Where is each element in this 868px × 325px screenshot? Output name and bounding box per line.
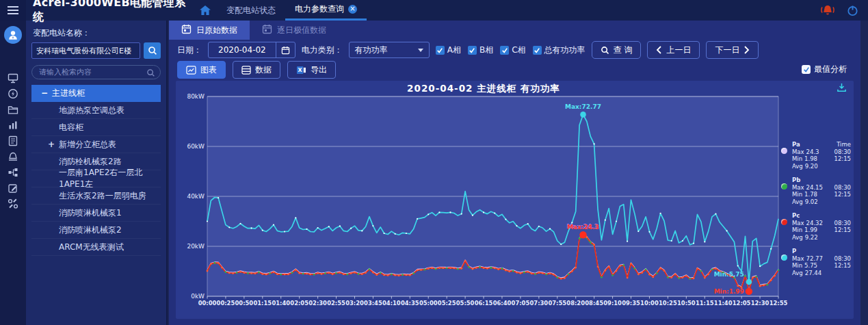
x-tick-label: 10:50 (677, 300, 696, 307)
chart-view-button[interactable]: 图表 (177, 61, 226, 79)
total-marker (417, 218, 418, 220)
table-icon (241, 66, 251, 75)
phase-marker (696, 268, 698, 270)
tree-item[interactable]: 电容柜 (31, 119, 161, 136)
phase-marker (244, 272, 246, 274)
date-picker[interactable]: 2020-04-02 (208, 42, 295, 58)
download-icon[interactable] (837, 82, 847, 95)
tree-item-label: 新增分立柜总表 (59, 139, 116, 151)
stat-label: Min (792, 226, 802, 234)
annotation-dot (746, 288, 752, 295)
tree-item[interactable]: 一层南1APE2右一层北1APE1左 (31, 170, 161, 187)
expander-icon[interactable]: − (40, 88, 49, 98)
phase-marker (523, 272, 525, 274)
tree-item-label: ARCM无线表测试 (59, 242, 124, 253)
device-icon[interactable] (5, 167, 21, 178)
monitor-icon[interactable] (5, 73, 21, 83)
total-marker (704, 241, 705, 242)
legend-stat-row: Max24.3208:30 (792, 220, 852, 227)
edit-icon[interactable] (5, 183, 21, 194)
previous-day-button[interactable]: 上一日 (647, 41, 700, 59)
legend-series-name: Pc (792, 212, 852, 220)
phase-marker (494, 268, 496, 270)
x-tick-label: 01:15 (253, 300, 272, 307)
station-search-button[interactable] (144, 42, 161, 59)
legend-dot (781, 148, 787, 154)
power-category-select[interactable]: 有功功率 (349, 42, 430, 58)
phase-marker (460, 268, 462, 270)
data-tab-1[interactable]: 逐日极值数据 (250, 21, 339, 40)
tree-item[interactable]: ARCM无线表测试 (31, 239, 161, 256)
power-icon[interactable] (847, 5, 858, 16)
stat-label: Max (792, 255, 804, 263)
legend-stat-row: Min1.9912:15 (792, 226, 852, 234)
annotation-dot (746, 279, 752, 285)
x-tick-label: 12:30 (751, 300, 770, 307)
user-avatar[interactable] (4, 26, 22, 44)
tree-item[interactable]: 地源热泵空调总表 (31, 102, 161, 119)
total-marker (207, 220, 208, 222)
tools-icon[interactable] (5, 198, 21, 209)
power-chart[interactable]: 0kW20kW40kW60kW80kW00:0000:2500:5001:150… (180, 91, 795, 317)
calendar-icon[interactable] (276, 42, 295, 58)
phase-checkbox-B相[interactable]: B相 (468, 44, 493, 56)
total-marker (251, 227, 252, 229)
tree-item[interactable]: +新增分立柜总表 (31, 136, 161, 153)
phase-checkbox-A相[interactable]: A相 (436, 44, 461, 56)
total-marker (406, 233, 407, 234)
phase-marker (616, 270, 618, 272)
query-button[interactable]: 查 询 (592, 41, 642, 59)
total-marker (438, 211, 440, 213)
close-tab-icon[interactable]: × (348, 5, 357, 14)
top-bar: Acrel-3000WEB电能管理系统 变配电站状态电力参数查询× (0, 0, 868, 21)
legend-dot (781, 255, 787, 261)
phase-marker (693, 277, 695, 279)
phase-marker (549, 272, 551, 274)
alarm-bell-icon[interactable] (819, 4, 836, 16)
sidebar: 变配电站名称： −主进线柜地源热泵空调总表电容柜+新增分立柜总表消防栓机械泵2路… (26, 21, 168, 325)
y-tick-label: 20kW (187, 243, 205, 250)
total-marker (737, 265, 739, 266)
report-icon[interactable] (5, 135, 21, 146)
x-tick-label: 05:25 (438, 300, 456, 307)
phase-marker (656, 272, 658, 274)
stat-value: 24.3 (806, 148, 819, 156)
tree-item[interactable]: 消防喷淋机械泵2 (31, 222, 161, 239)
expander-icon[interactable]: + (47, 140, 56, 149)
topbar-right (819, 0, 868, 21)
phase-checkbox-label: A相 (447, 44, 461, 56)
tree-item[interactable]: 生活水泵2路一层弱电房 (31, 187, 161, 205)
phase-marker (678, 277, 680, 279)
phase-checkbox-总有功功率[interactable]: 总有功功率 (533, 44, 586, 56)
total-marker (715, 213, 716, 215)
total-marker (693, 243, 694, 244)
query-toolbar: 日期： 2020-04-02 电力类别： 有功功率 A相B相C相总有功功率 查 … (169, 40, 860, 60)
menu-icon[interactable] (0, 0, 26, 21)
phase-checkbox-C相[interactable]: C相 (500, 44, 525, 56)
topbar-tab-1[interactable]: 电力参数查询× (285, 0, 367, 21)
export-button[interactable]: X 导出 (287, 61, 336, 79)
stat-value: 9.22 (805, 234, 818, 242)
data-view-button[interactable]: 数据 (233, 61, 280, 79)
legend-stat-row: Max72.7708:30 (792, 255, 852, 263)
phase-marker (228, 272, 231, 274)
stat-value: 24.15 (806, 184, 823, 192)
legend-entry-Pa: PaTimeMax24.308:30Min1.9812:15Avg9.20 (781, 141, 852, 170)
tree-item[interactable]: −主进线柜 (31, 85, 161, 102)
peak-analysis-checkbox[interactable]: 最值分析 (802, 64, 847, 75)
phase-marker (417, 269, 419, 271)
home-icon[interactable] (194, 0, 217, 21)
phase-marker (339, 272, 341, 274)
bar-chart-icon[interactable] (5, 120, 21, 131)
alarm-icon[interactable] (5, 151, 21, 162)
energy-icon[interactable] (5, 88, 21, 99)
tree-filter-input[interactable] (31, 65, 161, 79)
next-day-button[interactable]: 下一日 (706, 41, 759, 59)
stat-label: Avg (792, 234, 803, 242)
archive-icon[interactable] (5, 104, 21, 115)
station-name-input[interactable] (31, 42, 140, 59)
phase-marker (659, 268, 661, 270)
topbar-tab-0[interactable]: 变配电站状态 (217, 0, 285, 21)
total-marker (483, 211, 484, 213)
tree-item[interactable]: 消防喷淋机械泵1 (31, 205, 161, 222)
